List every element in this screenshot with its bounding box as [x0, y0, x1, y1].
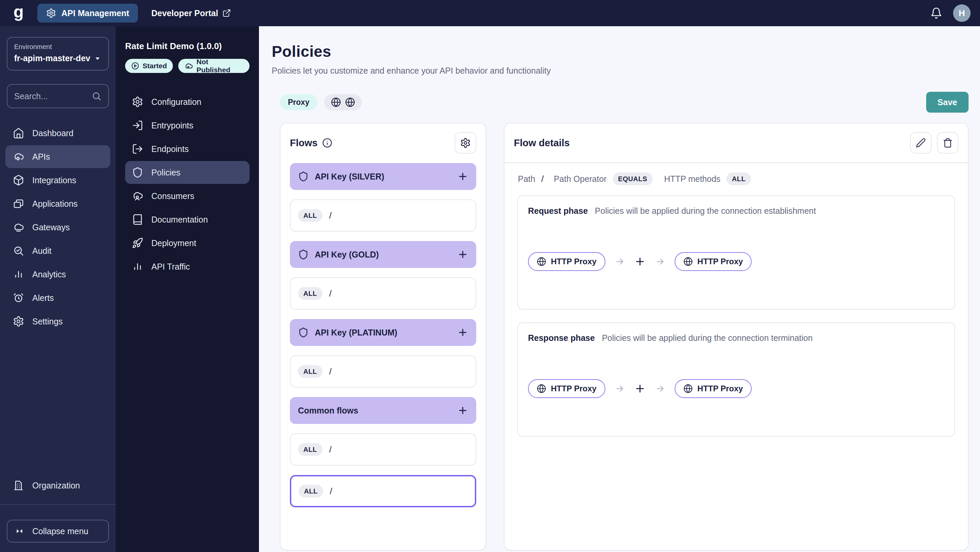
flow-details-title: Flow details: [514, 138, 570, 149]
flows-toolbar: Proxy Save: [280, 92, 969, 113]
alarm-icon: [13, 292, 24, 304]
method-badge: ALL: [299, 485, 323, 498]
path-value: /: [541, 174, 544, 184]
shield-icon: [298, 327, 309, 338]
policy-chip-label: HTTP Proxy: [697, 384, 743, 393]
api-nav-entrypoints[interactable]: Entrypoints: [125, 114, 250, 137]
status-badge-not-published: Not Published: [178, 59, 250, 73]
user-avatar[interactable]: H: [953, 4, 970, 22]
sidebar-item-gateways[interactable]: Gateways: [5, 216, 110, 239]
search-check-icon: [13, 245, 24, 257]
flows-settings-button[interactable]: [455, 132, 476, 154]
api-nav-policies[interactable]: Policies: [125, 161, 250, 184]
api-nav-label: Policies: [151, 168, 180, 178]
response-phase-box: Response phase Policies will be applied …: [517, 322, 955, 437]
method-badge: ALL: [298, 209, 323, 222]
policy-chip-http-proxy[interactable]: HTTP Proxy: [528, 252, 605, 271]
sidebar-item-dashboard[interactable]: Dashboard: [5, 122, 110, 144]
flow-row[interactable]: ALL /: [290, 278, 476, 309]
developer-portal-label: Developer Portal: [151, 8, 218, 18]
sidebar-item-apis[interactable]: APIs: [5, 145, 110, 168]
flow-group-api-key-silver[interactable]: API Key (SILVER): [290, 163, 476, 190]
sidebar-item-analytics[interactable]: Analytics: [5, 263, 110, 286]
search-input[interactable]: [14, 92, 91, 101]
flow-row[interactable]: ALL /: [290, 433, 476, 466]
add-flow-button[interactable]: [457, 405, 468, 416]
entrypoints-badge: [324, 94, 362, 110]
flow-row-selected[interactable]: ALL /: [290, 475, 476, 507]
add-flow-button[interactable]: [457, 249, 468, 260]
gear-icon: [46, 8, 56, 18]
sidebar-item-alerts[interactable]: Alerts: [5, 286, 110, 309]
environment-select[interactable]: Environment fr-apim-master-dev: [7, 37, 109, 71]
policy-chip-http-proxy[interactable]: HTTP Proxy: [675, 379, 752, 398]
response-phase-description: Policies will be applied during the conn…: [602, 333, 813, 343]
main-content: Policies Policies let you customize and …: [259, 26, 980, 552]
sidebar-search: [7, 84, 109, 108]
add-policy-button[interactable]: [634, 383, 646, 394]
status-badge-started: Started: [125, 59, 173, 73]
gear-icon: [13, 316, 24, 327]
api-nav: Configuration Entrypoints Endpoints Poli…: [125, 90, 250, 278]
api-nav-label: Documentation: [151, 215, 208, 225]
sidebar-item-settings[interactable]: Settings: [5, 310, 110, 333]
api-nav-deployment[interactable]: Deployment: [125, 232, 250, 254]
sidebar-item-audit[interactable]: Audit: [5, 240, 110, 262]
api-nav-label: Consumers: [151, 191, 194, 201]
plus-icon: [457, 327, 468, 338]
plus-icon: [457, 249, 468, 260]
sidebar-item-integrations[interactable]: Integrations: [5, 169, 110, 192]
collapse-menu-button[interactable]: Collapse menu: [7, 520, 109, 542]
policy-chip-http-proxy[interactable]: HTTP Proxy: [528, 379, 605, 398]
sidebar-item-applications[interactable]: Applications: [5, 192, 110, 215]
api-nav-endpoints[interactable]: Endpoints: [125, 138, 250, 160]
cloud-off-icon: [184, 62, 193, 70]
developer-portal-link[interactable]: Developer Portal: [151, 8, 231, 18]
add-flow-button[interactable]: [457, 327, 468, 338]
sidebar-item-label: Applications: [32, 199, 78, 209]
edit-flow-button[interactable]: [910, 132, 932, 154]
api-management-button[interactable]: API Management: [37, 4, 138, 22]
sidebar-item-organization[interactable]: Organization: [5, 474, 110, 497]
environment-sidebar: Environment fr-apim-master-dev Dashboard…: [0, 26, 116, 552]
info-icon[interactable]: [322, 138, 332, 148]
flow-group-common-flows[interactable]: Common flows: [290, 397, 476, 424]
flow-path: /: [329, 289, 332, 299]
collapse-menu-label: Collapse menu: [32, 527, 88, 536]
flow-group-api-key-gold[interactable]: API Key (GOLD): [290, 241, 476, 268]
http-methods-label: HTTP methods: [664, 174, 721, 184]
gear-icon: [460, 138, 471, 148]
sidebar-item-label: Settings: [32, 317, 62, 327]
flow-row[interactable]: ALL /: [290, 199, 476, 232]
cloud-gear-icon: [13, 151, 24, 162]
gear-icon: [132, 96, 143, 108]
flow-path: /: [329, 211, 332, 221]
save-button[interactable]: Save: [926, 92, 969, 113]
status-badge-label: Not Published: [196, 58, 243, 74]
notifications-bell-icon[interactable]: [930, 7, 942, 19]
http-methods-value: ALL: [726, 173, 751, 185]
rocket-icon: [132, 237, 143, 249]
api-nav-documentation[interactable]: Documentation: [125, 208, 250, 231]
globe-icon: [331, 97, 341, 107]
book-icon: [132, 214, 143, 225]
globe-icon: [345, 97, 355, 107]
flow-meta-row: Path / Path Operator EQUALS HTTP methods…: [504, 163, 968, 193]
policy-chip-http-proxy[interactable]: HTTP Proxy: [675, 252, 752, 271]
flow-group-api-key-platinum[interactable]: API Key (PLATINUM): [290, 319, 476, 346]
add-policy-button[interactable]: [634, 256, 646, 267]
sidebar-item-label: Dashboard: [32, 128, 73, 138]
request-phase-title: Request phase: [528, 206, 588, 216]
add-flow-button[interactable]: [457, 171, 468, 182]
api-nav-configuration[interactable]: Configuration: [125, 90, 250, 113]
globe-icon: [683, 257, 693, 266]
path-operator-label: Path Operator: [554, 174, 607, 184]
delete-flow-button[interactable]: [937, 132, 958, 154]
api-nav-consumers[interactable]: Consumers: [125, 184, 250, 208]
status-badge-label: Started: [143, 62, 167, 70]
policy-chip-label: HTTP Proxy: [551, 257, 597, 266]
cube-icon: [13, 174, 24, 186]
api-nav-api-traffic[interactable]: API Traffic: [125, 255, 250, 278]
flow-row[interactable]: ALL /: [290, 355, 476, 388]
path-operator-value: EQUALS: [613, 173, 653, 185]
